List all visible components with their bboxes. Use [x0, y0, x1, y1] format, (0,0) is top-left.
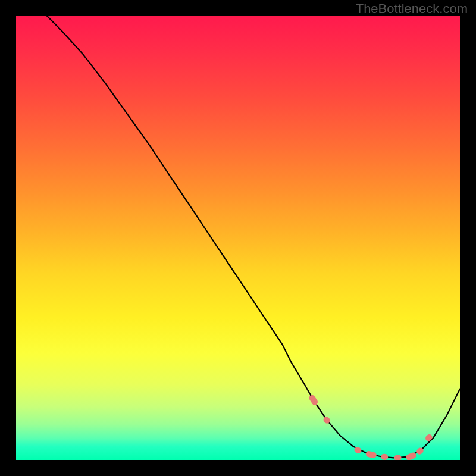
watermark-text: TheBottleneck.com [356, 1, 468, 17]
curve-marker [308, 394, 319, 406]
curve-markers [308, 394, 434, 460]
curve-marker [424, 433, 434, 443]
curve-marker [381, 453, 389, 460]
chart-svg [16, 16, 460, 460]
curve-marker [394, 455, 402, 460]
bottleneck-curve [47, 16, 460, 458]
curve-marker [365, 450, 377, 459]
plot-area [16, 16, 460, 460]
